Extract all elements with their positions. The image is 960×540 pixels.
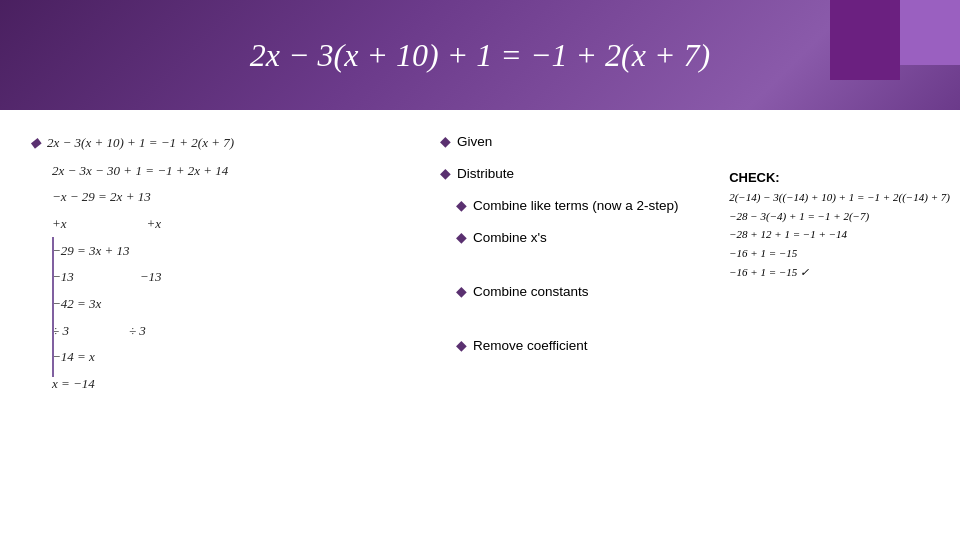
math-row-3: −x − 29 = 2x + 13 [30, 185, 400, 210]
step-eq-9: −14 = x [52, 345, 95, 370]
label-row-remove-coeff: ◆ Remove coefficient [456, 333, 940, 357]
check-block: CHECK: 2(−14) − 3((−14) + 10) + 1 = −1 +… [729, 170, 950, 281]
label-combine-x: Combine x's [473, 230, 547, 245]
math-row-5: −29 = 3x + 13 [52, 239, 400, 264]
check-line-5: −16 + 1 = −15 ✓ [729, 263, 950, 282]
check-line-4: −16 + 1 = −15 [729, 244, 950, 263]
math-row-4: +x +x [30, 212, 400, 237]
step-eq-6a: −13 [52, 265, 74, 290]
step-eq-4a: +x [52, 212, 67, 237]
label-distribute: Distribute [457, 166, 514, 181]
right-panel: ◆ Given ◆ Distribute ◆ Combine like term… [420, 110, 960, 540]
step-eq-10: x = −14 [52, 372, 95, 397]
math-row-8: ÷ 3 ÷ 3 [52, 319, 400, 344]
check-line-3: −28 + 12 + 1 = −1 + −14 [729, 225, 950, 244]
step-eq-7: −42 = 3x [52, 292, 101, 317]
step-eq-3: −x − 29 = 2x + 13 [52, 185, 151, 210]
diamond-combine-constants: ◆ [456, 283, 467, 300]
left-panel: ◆ 2x − 3(x + 10) + 1 = −1 + 2(x + 7) 2x … [0, 110, 420, 540]
math-row-2: 2x − 3x − 30 + 1 = −1 + 2x + 14 [30, 159, 400, 184]
label-combine-constants: Combine constants [473, 284, 589, 299]
check-line-1: 2(−14) − 3((−14) + 10) + 1 = −1 + 2((−14… [729, 188, 950, 207]
label-combine-like: Combine like terms (now a 2-step) [473, 198, 679, 213]
step-eq-8a: ÷ 3 [52, 319, 69, 344]
label-row-given: ◆ Given [440, 129, 940, 153]
math-row-5-group: −29 = 3x + 13 −13 −13 −42 = 3x ÷ 3 ÷ 3 −… [30, 239, 400, 397]
label-row-combine-x: ◆ Combine x's CHECK: 2(−14) − 3((−14) + … [456, 225, 940, 249]
check-title: CHECK: [729, 170, 950, 185]
deco-square-2 [900, 0, 960, 65]
step-eq-4b: +x [147, 212, 162, 237]
label-given: Given [457, 134, 492, 149]
main-content: ◆ 2x − 3(x + 10) + 1 = −1 + 2(x + 7) 2x … [0, 110, 960, 540]
deco-square-1 [830, 0, 900, 80]
header-equation: 2x − 3(x + 10) + 1 = −1 + 2(x + 7) [250, 37, 710, 74]
vertical-line [52, 237, 54, 377]
math-row-10: x = −14 [52, 372, 400, 397]
math-row-7: −42 = 3x [52, 292, 400, 317]
math-steps: ◆ 2x − 3(x + 10) + 1 = −1 + 2(x + 7) 2x … [30, 130, 400, 397]
math-row-1: ◆ 2x − 3(x + 10) + 1 = −1 + 2(x + 7) [30, 130, 400, 157]
step-eq-6b: −13 [140, 265, 162, 290]
math-row-6: −13 −13 [52, 265, 400, 290]
diamond-given: ◆ [440, 133, 451, 150]
math-row-9: −14 = x [52, 345, 400, 370]
diamond-combine-x: ◆ [456, 229, 467, 246]
diamond-combine-like: ◆ [456, 197, 467, 214]
label-remove-coeff: Remove coefficient [473, 338, 588, 353]
label-row-combine-constants: ◆ Combine constants [456, 279, 940, 303]
check-line-2: −28 − 3(−4) + 1 = −1 + 2(−7) [729, 207, 950, 226]
header-banner: 2x − 3(x + 10) + 1 = −1 + 2(x + 7) [0, 0, 960, 110]
diamond-remove-coeff: ◆ [456, 337, 467, 354]
bullet-1: ◆ [30, 130, 41, 157]
step-eq-5a: −29 = 3x + 13 [52, 239, 130, 264]
step-eq-8b: ÷ 3 [129, 319, 146, 344]
diamond-distribute: ◆ [440, 165, 451, 182]
step-eq-1: 2x − 3(x + 10) + 1 = −1 + 2(x + 7) [47, 131, 234, 156]
step-eq-2: 2x − 3x − 30 + 1 = −1 + 2x + 14 [52, 159, 228, 184]
